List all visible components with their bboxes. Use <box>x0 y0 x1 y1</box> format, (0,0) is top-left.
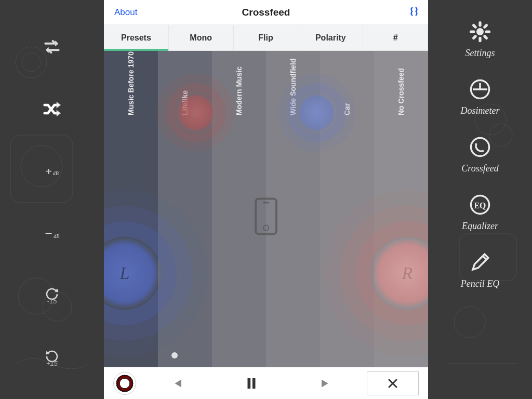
skip-back-15-button[interactable]: -15 <box>36 281 68 312</box>
tab-polarity[interactable]: Polarity <box>298 25 363 50</box>
page-title: Crossfeed <box>242 7 290 18</box>
about-button[interactable]: About <box>114 7 137 18</box>
dosimeter-label: Dosimeter <box>461 105 500 116</box>
pause-button[interactable] <box>217 376 287 391</box>
settings-label: Settings <box>466 48 495 59</box>
volume-up-button[interactable]: +dB <box>36 156 68 187</box>
dosimeter-button[interactable]: Dosimeter <box>461 78 500 116</box>
svg-rect-6 <box>248 378 251 389</box>
volume-down-button[interactable]: −dB <box>36 218 68 249</box>
right-sidebar: Settings Dosimeter Crossfeed EQ Equalize… <box>428 0 532 399</box>
tab-hash[interactable]: # <box>363 25 428 50</box>
close-button[interactable] <box>367 371 419 395</box>
preset-col-no-crossfeed[interactable]: No Crossfeed <box>374 51 428 367</box>
equalizer-button[interactable]: EQ Equalizer <box>462 194 498 232</box>
album-art-button[interactable] <box>113 372 136 395</box>
tab-flip[interactable]: Flip <box>234 25 299 50</box>
repeat-button[interactable] <box>36 31 68 62</box>
app-logo-icon[interactable] <box>408 6 420 19</box>
left-sidebar: +dB −dB -15 +15 <box>0 0 104 399</box>
gauge-icon <box>469 78 491 100</box>
next-track-button[interactable] <box>291 376 362 391</box>
preset-indicator-dot <box>171 352 178 358</box>
pencil-eq-label: Pencil EQ <box>461 278 499 289</box>
device-icon <box>255 197 277 235</box>
left-prime-channel-icon: L' <box>296 92 337 133</box>
previous-track-button[interactable] <box>141 376 211 391</box>
pencil-eq-button[interactable]: Pencil EQ <box>461 251 499 289</box>
crossfeed-visualization[interactable]: Music Before 1970 Lifelike Modern Music … <box>104 51 428 367</box>
svg-rect-7 <box>252 378 256 389</box>
titlebar: About Crossfeed <box>104 0 428 25</box>
pencil-icon <box>469 251 491 273</box>
skip-fwd-15-button[interactable]: +15 <box>36 343 68 374</box>
tab-mono[interactable]: Mono <box>169 25 234 50</box>
svg-point-11 <box>454 307 485 338</box>
equalizer-label: Equalizer <box>462 221 498 232</box>
main-panel: About Crossfeed Presets Mono Flip Polari… <box>104 0 428 399</box>
tab-row: Presets Mono Flip Polarity # <box>104 25 428 51</box>
tab-presets[interactable]: Presets <box>104 25 169 50</box>
svg-point-14 <box>471 138 489 156</box>
crossfeed-icon <box>469 136 491 158</box>
eq-icon: EQ <box>469 194 491 216</box>
crossfeed-button[interactable]: Crossfeed <box>461 136 498 174</box>
svg-point-12 <box>477 29 483 35</box>
gear-icon <box>469 21 491 43</box>
preset-col-music-before-1970[interactable]: Music Before 1970 <box>104 51 158 367</box>
right-prime-channel-icon: R' <box>176 92 216 133</box>
transport-bar <box>104 367 428 399</box>
settings-button[interactable]: Settings <box>466 21 495 59</box>
crossfeed-label: Crossfeed <box>461 163 498 174</box>
shuffle-button[interactable] <box>36 94 68 125</box>
svg-text:EQ: EQ <box>474 201 486 210</box>
